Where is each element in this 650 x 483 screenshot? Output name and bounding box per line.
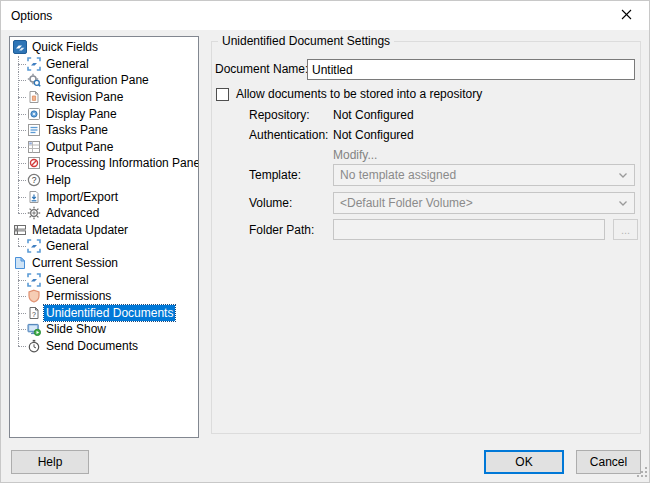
tree-item-general[interactable]: General bbox=[10, 271, 198, 288]
tree-item-tasks-pane[interactable]: Tasks Pane bbox=[10, 122, 198, 139]
output-pane-icon bbox=[27, 140, 41, 154]
allow-repository-checkbox[interactable] bbox=[216, 88, 229, 101]
tree-item-label: Advanced bbox=[44, 205, 101, 221]
advanced-icon bbox=[27, 206, 41, 220]
tree-connector-stub bbox=[18, 64, 26, 65]
volume-dropdown[interactable]: <Default Folder Volume> bbox=[333, 192, 635, 214]
tree-item-output-pane[interactable]: Output Pane bbox=[10, 139, 198, 156]
tree-connector-stub bbox=[18, 97, 26, 98]
tree-connector-stub bbox=[18, 197, 26, 198]
tree-item-label: Help bbox=[44, 172, 73, 188]
tree-item-label: Slide Show bbox=[44, 321, 108, 337]
ok-button[interactable]: OK bbox=[484, 450, 564, 474]
general-icon bbox=[27, 239, 41, 253]
tree-item-label: Metadata Updater bbox=[30, 222, 130, 238]
metadata-updater-icon bbox=[13, 223, 27, 237]
current-session-icon bbox=[13, 256, 27, 270]
general-icon bbox=[27, 273, 41, 287]
tree-item-label: Tasks Pane bbox=[44, 122, 110, 138]
template-value: No template assigned bbox=[340, 168, 456, 182]
tree-item-label: General bbox=[44, 272, 91, 288]
svg-text:?: ? bbox=[32, 310, 36, 317]
tree-item-unidentified-documents[interactable]: ?Unidentified Documents bbox=[10, 305, 198, 322]
unidentified-documents-icon: ? bbox=[27, 306, 41, 320]
send-documents-icon bbox=[27, 339, 41, 353]
tree-item-configuration-pane[interactable]: Configuration Pane bbox=[10, 72, 198, 89]
tree-item-general[interactable]: General bbox=[10, 56, 198, 73]
tree-connector-stub bbox=[18, 213, 26, 214]
tree-item-advanced[interactable]: Advanced bbox=[10, 205, 198, 222]
settings-tree[interactable]: Quick FieldsGeneralConfiguration PaneRev… bbox=[9, 36, 199, 438]
tree-item-permissions[interactable]: Permissions bbox=[10, 288, 198, 305]
tree-connector-stub bbox=[18, 180, 26, 181]
general-icon bbox=[27, 57, 41, 71]
tree-item-current-session[interactable]: Current Session bbox=[10, 255, 198, 272]
tree-connector-line bbox=[18, 338, 19, 346]
unidentified-document-settings-group: Unidentified Document Settings Document … bbox=[211, 41, 641, 434]
tree-connector-stub bbox=[18, 114, 26, 115]
tree-item-general[interactable]: General bbox=[10, 238, 198, 255]
tree-item-help[interactable]: ?Help bbox=[10, 172, 198, 189]
tree-connector-stub bbox=[18, 147, 26, 148]
window-title: Options bbox=[11, 9, 52, 23]
tree-item-processing-information-pane[interactable]: Processing Information Pane bbox=[10, 155, 198, 172]
tree-item-label: Configuration Pane bbox=[44, 72, 151, 88]
document-name-input[interactable] bbox=[307, 59, 635, 80]
template-dropdown[interactable]: No template assigned bbox=[333, 164, 635, 186]
slide-show-icon bbox=[27, 322, 41, 336]
tree-connector-line bbox=[18, 205, 19, 213]
group-title: Unidentified Document Settings bbox=[218, 34, 394, 48]
tree-item-slide-show[interactable]: Slide Show bbox=[10, 321, 198, 338]
tree-item-label: Send Documents bbox=[44, 338, 140, 354]
tree-item-display-pane[interactable]: Display Pane bbox=[10, 105, 198, 122]
help-icon: ? bbox=[27, 173, 41, 187]
resize-grip-icon[interactable] bbox=[637, 466, 647, 480]
tree-connector-stub bbox=[18, 329, 26, 330]
tree-connector-stub bbox=[18, 163, 26, 164]
options-dialog: Options Quick FieldsGeneralConfiguration… bbox=[0, 0, 650, 483]
volume-value: <Default Folder Volume> bbox=[340, 196, 473, 210]
tree-connector-stub bbox=[18, 246, 26, 247]
tree-item-label: Quick Fields bbox=[30, 39, 100, 55]
tree-item-label: Output Pane bbox=[44, 139, 115, 155]
tree-item-metadata-updater[interactable]: Metadata Updater bbox=[10, 222, 198, 239]
help-button[interactable]: Help bbox=[11, 450, 89, 474]
authentication-value: Not Configured bbox=[333, 128, 414, 142]
tree-connector-stub bbox=[18, 296, 26, 297]
tree-connector-stub bbox=[18, 346, 26, 347]
tree-item-label: Current Session bbox=[30, 255, 120, 271]
close-button[interactable] bbox=[604, 1, 649, 30]
tree-item-revision-pane[interactable]: Revision Pane bbox=[10, 89, 198, 106]
tree-connector-stub bbox=[18, 130, 26, 131]
modify-link[interactable]: Modify... bbox=[333, 148, 377, 162]
authentication-label: Authentication: bbox=[249, 128, 328, 142]
folder-path-input[interactable] bbox=[333, 219, 605, 240]
folder-path-label: Folder Path: bbox=[249, 223, 314, 237]
chevron-down-icon bbox=[618, 200, 628, 207]
allow-repository-label: Allow documents to be stored into a repo… bbox=[236, 87, 482, 101]
tree-connector-line bbox=[18, 238, 19, 246]
repository-label: Repository: bbox=[249, 108, 310, 122]
tree-item-import-export[interactable]: Import/Export bbox=[10, 188, 198, 205]
browse-button[interactable]: ... bbox=[613, 219, 638, 240]
tasks-pane-icon bbox=[27, 123, 41, 137]
tree-item-label: Display Pane bbox=[44, 106, 119, 122]
tree-connector-stub bbox=[18, 280, 26, 281]
tree-item-quick-fields[interactable]: Quick Fields bbox=[10, 39, 198, 56]
tree-connector-stub bbox=[18, 80, 26, 81]
tree-item-label: Import/Export bbox=[44, 189, 120, 205]
import-export-icon bbox=[27, 190, 41, 204]
cancel-button[interactable]: Cancel bbox=[576, 450, 641, 474]
titlebar: Options bbox=[1, 1, 649, 30]
document-name-label: Document Name: bbox=[215, 62, 308, 76]
tree-item-label: Unidentified Documents bbox=[44, 305, 175, 321]
repository-value: Not Configured bbox=[333, 108, 414, 122]
permissions-icon bbox=[27, 289, 41, 303]
display-pane-icon bbox=[27, 107, 41, 121]
tree-item-label: General bbox=[44, 56, 91, 72]
volume-label: Volume: bbox=[249, 196, 292, 210]
revision-pane-icon bbox=[27, 90, 41, 104]
quick-fields-icon bbox=[13, 40, 27, 54]
close-icon bbox=[621, 9, 632, 23]
tree-item-send-documents[interactable]: Send Documents bbox=[10, 338, 198, 355]
